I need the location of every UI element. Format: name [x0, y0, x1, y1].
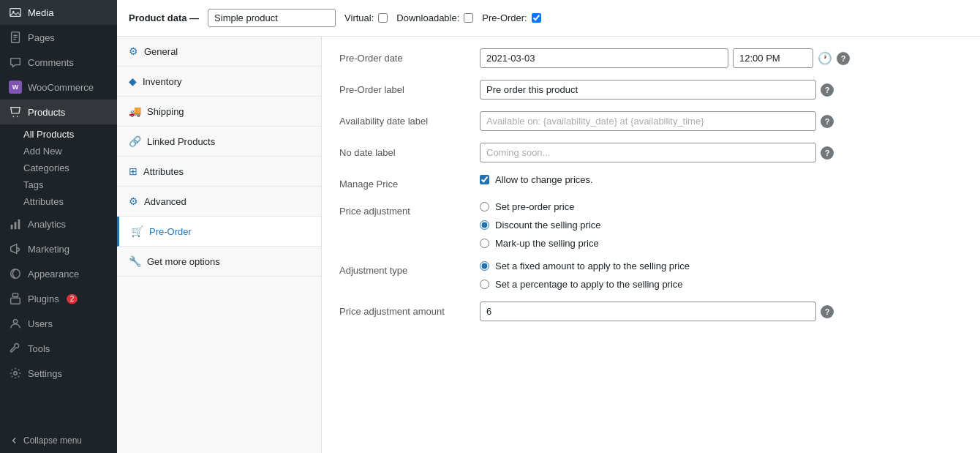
- no-date-label-row: No date label ?: [339, 143, 962, 162]
- collapse-label: Collapse menu: [23, 435, 82, 446]
- tab-label: General: [144, 46, 178, 57]
- sidebar-item-marketing[interactable]: Marketing: [0, 236, 117, 261]
- preorder-checkbox[interactable]: [532, 13, 541, 23]
- tab-attributes[interactable]: ⊞ Attributes: [117, 157, 321, 187]
- product-data-header: Product data — Simple product Variable p…: [117, 0, 980, 37]
- sidebar-item-label: Media: [28, 7, 53, 18]
- price-radio-set-preorder[interactable]: [480, 202, 489, 211]
- price-option-markup[interactable]: Mark-up the selling price: [480, 238, 601, 249]
- adj-radio-fixed[interactable]: [480, 261, 489, 271]
- appearance-icon: [9, 267, 22, 280]
- sidebar-item-media[interactable]: Media: [0, 0, 117, 25]
- sidebar-item-users[interactable]: Users: [0, 311, 117, 336]
- preorder-date-field: 🕐 ?: [480, 48, 962, 68]
- tab-label: Advanced: [144, 196, 186, 207]
- sidebar-sub-categories[interactable]: Categories: [0, 160, 117, 176]
- svg-point-11: [11, 269, 20, 279]
- price-adjustment-amount-input[interactable]: [480, 302, 816, 321]
- preorder-label-input[interactable]: [480, 80, 816, 100]
- svg-point-6: [12, 116, 14, 117]
- preorder-date-help[interactable]: ?: [837, 52, 850, 65]
- tab-linked-products[interactable]: 🔗 Linked Products: [117, 127, 321, 157]
- preorder-label-help[interactable]: ?: [821, 83, 834, 97]
- marketing-icon: [9, 242, 22, 255]
- sidebar-item-products[interactable]: Products: [0, 100, 117, 124]
- price-adjustment-amount-field: ?: [480, 302, 962, 321]
- adj-option-label: Set a percentage to apply to the selling…: [495, 279, 683, 290]
- clock-icon[interactable]: 🕐: [818, 51, 832, 65]
- collapse-menu-button[interactable]: Collapse menu: [0, 428, 117, 453]
- analytics-icon: [9, 217, 22, 231]
- product-type-select[interactable]: Simple product Variable product Grouped …: [208, 9, 336, 27]
- svg-rect-9: [15, 222, 17, 229]
- table-icon: ⊞: [129, 165, 137, 177]
- sidebar-item-appearance[interactable]: Appearance: [0, 261, 117, 286]
- sidebar-item-analytics[interactable]: Analytics: [0, 211, 117, 236]
- downloadable-checkbox-group[interactable]: Downloadable:: [396, 12, 473, 23]
- plugins-icon: [9, 292, 22, 305]
- virtual-checkbox[interactable]: [378, 13, 388, 23]
- price-radio-discount[interactable]: [480, 220, 489, 230]
- manage-price-checkbox-option[interactable]: Allow to change prices.: [480, 174, 593, 185]
- tab-inventory[interactable]: ◆ Inventory: [117, 67, 321, 97]
- products-icon: [9, 105, 22, 119]
- sidebar-sub-attributes[interactable]: Attributes: [0, 193, 117, 210]
- sidebar-item-plugins[interactable]: Plugins 2: [0, 286, 117, 311]
- sidebar-item-tools[interactable]: Tools: [0, 336, 117, 361]
- adj-radio-percentage[interactable]: [480, 280, 489, 289]
- tab-pre-order[interactable]: 🛒 Pre-Order: [117, 217, 321, 247]
- price-adjustment-label: Price adjustment: [339, 201, 471, 217]
- no-date-input[interactable]: [480, 143, 816, 162]
- adj-option-percentage[interactable]: Set a percentage to apply to the selling…: [480, 279, 690, 290]
- product-type-wrapper: Simple product Variable product Grouped …: [208, 9, 336, 27]
- products-submenu: All Products Add New Categories Tags Att…: [0, 124, 117, 211]
- tab-general[interactable]: ⚙ General: [117, 37, 321, 67]
- tab-label: Linked Products: [147, 136, 215, 147]
- availability-date-help[interactable]: ?: [821, 115, 834, 128]
- no-date-label: No date label: [339, 143, 471, 158]
- media-icon: [9, 6, 22, 19]
- sidebar-item-pages[interactable]: Pages: [0, 25, 117, 50]
- availability-date-field: ?: [480, 111, 962, 131]
- sidebar-sub-add-new[interactable]: Add New: [0, 143, 117, 160]
- sidebar-item-label: Marketing: [28, 244, 69, 255]
- preorder-date-input[interactable]: [480, 48, 728, 68]
- price-option-label: Set pre-order price: [495, 201, 574, 212]
- downloadable-checkbox[interactable]: [464, 13, 473, 23]
- adjustment-type-radio-group: Set a fixed amount to apply to the selli…: [480, 261, 690, 290]
- tools-icon: [9, 342, 22, 355]
- woo-logo: W: [9, 81, 22, 94]
- adjustment-type-label: Adjustment type: [339, 261, 471, 276]
- sidebar-item-settings[interactable]: Settings: [0, 361, 117, 386]
- sidebar-sub-all-products[interactable]: All Products: [0, 126, 117, 143]
- adjustment-type-field: Set a fixed amount to apply to the selli…: [480, 261, 962, 290]
- price-radio-markup[interactable]: [480, 239, 489, 248]
- preorder-checkbox-group[interactable]: Pre-Order:: [482, 12, 540, 23]
- preorder-date-row: Pre-Order date 🕐 ?: [339, 48, 962, 68]
- manage-price-checkbox[interactable]: [480, 175, 489, 184]
- tab-shipping[interactable]: 🚚 Shipping: [117, 97, 321, 127]
- price-adjustment-amount-help[interactable]: ?: [821, 305, 834, 318]
- price-option-label: Mark-up the selling price: [495, 238, 599, 249]
- price-option-discount[interactable]: Discount the selling price: [480, 220, 601, 231]
- preorder-label-row: Pre-Order label ?: [339, 80, 962, 100]
- settings-icon: [9, 367, 22, 380]
- product-tabs: ⚙ General ◆ Inventory 🚚 Shipping 🔗 Linke…: [117, 37, 322, 453]
- sidebar-item-comments[interactable]: Comments: [0, 50, 117, 75]
- users-icon: [9, 317, 22, 330]
- price-option-set-preorder[interactable]: Set pre-order price: [480, 201, 601, 212]
- tab-get-more-options[interactable]: 🔧 Get more options: [117, 247, 321, 277]
- sidebar-item-label: Tools: [28, 343, 50, 354]
- availability-date-input[interactable]: [480, 111, 816, 131]
- no-date-field: ?: [480, 143, 962, 162]
- no-date-help[interactable]: ?: [821, 146, 834, 160]
- sidebar-sub-tags[interactable]: Tags: [0, 176, 117, 193]
- sidebar-item-label: WooCommerce: [28, 82, 94, 93]
- sidebar-item-woocommerce[interactable]: W WooCommerce: [0, 75, 117, 100]
- preorder-time-input[interactable]: [733, 48, 813, 68]
- virtual-checkbox-group[interactable]: Virtual:: [344, 12, 388, 23]
- tab-label: Shipping: [147, 106, 184, 117]
- adj-option-fixed[interactable]: Set a fixed amount to apply to the selli…: [480, 261, 690, 272]
- tab-label: Pre-Order: [149, 226, 192, 237]
- tab-advanced[interactable]: ⚙ Advanced: [117, 187, 321, 217]
